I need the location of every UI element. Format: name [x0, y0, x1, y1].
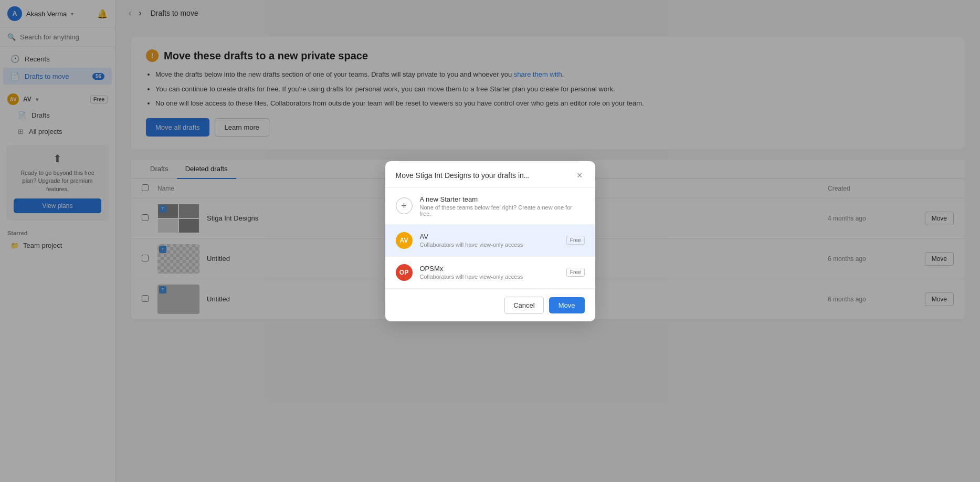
av-team-name: AV	[420, 233, 559, 240]
plus-icon: +	[396, 197, 413, 214]
av-team-sub: Collaborators will have view-only access	[420, 242, 559, 248]
modal: Move Stiga Int Designs to your drafts in…	[385, 161, 595, 321]
modal-footer: Cancel Move	[385, 289, 595, 321]
opsmx-team-sub: Collaborators will have view-only access	[420, 274, 559, 280]
modal-option-av[interactable]: AV AV Collaborators will have view-only …	[385, 225, 595, 257]
modal-option-opsmx[interactable]: OP OPSMx Collaborators will have view-on…	[385, 257, 595, 289]
modal-body: + A new Starter team None of these teams…	[385, 188, 595, 289]
modal-close-button[interactable]: ×	[575, 171, 585, 180]
new-team-text-group: A new Starter team None of these teams b…	[420, 195, 585, 217]
modal-title: Move Stiga Int Designs to your drafts in…	[396, 171, 530, 180]
av-team-avatar: AV	[396, 232, 413, 249]
new-team-name: A new Starter team	[420, 195, 585, 203]
new-team-sub: None of these teams below feel right? Cr…	[420, 204, 585, 217]
modal-header: Move Stiga Int Designs to your drafts in…	[385, 161, 595, 188]
av-plan-badge: Free	[566, 236, 585, 245]
opsmx-team-name: OPSMx	[420, 265, 559, 273]
opsmx-plan-badge: Free	[566, 268, 585, 277]
confirm-move-button[interactable]: Move	[549, 297, 585, 313]
av-team-text-group: AV Collaborators will have view-only acc…	[420, 233, 559, 248]
cancel-button[interactable]: Cancel	[504, 297, 543, 314]
modal-overlay[interactable]: Move Stiga Int Designs to your drafts in…	[0, 0, 980, 482]
opsmx-team-text-group: OPSMx Collaborators will have view-only …	[420, 265, 559, 280]
opsmx-team-avatar: OP	[396, 264, 413, 281]
modal-option-new-team[interactable]: + A new Starter team None of these teams…	[385, 188, 595, 225]
